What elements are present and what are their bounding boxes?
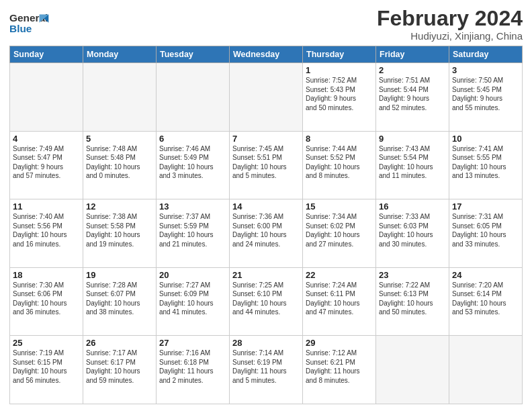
day-number: 13 [159,201,226,212]
day-info: Sunrise: 7:34 AM Sunset: 6:02 PM Dayligh… [306,212,373,248]
weekday-header-monday: Monday [83,46,157,63]
day-number: 23 [379,270,446,280]
day-info: Sunrise: 7:14 AM Sunset: 6:19 PM Dayligh… [232,349,300,385]
day-info: Sunrise: 7:36 AM Sunset: 6:00 PM Dayligh… [232,212,300,248]
calendar-cell: 28Sunrise: 7:14 AM Sunset: 6:19 PM Dayli… [230,336,303,404]
calendar-cell [83,63,157,132]
calendar-cell: 5Sunrise: 7:48 AM Sunset: 5:48 PM Daylig… [83,131,157,199]
day-info: Sunrise: 7:16 AM Sunset: 6:18 PM Dayligh… [159,349,226,385]
calendar-cell: 20Sunrise: 7:27 AM Sunset: 6:09 PM Dayli… [157,267,230,336]
calendar-cell: 13Sunrise: 7:37 AM Sunset: 5:59 PM Dayli… [157,199,230,268]
calendar-cell: 29Sunrise: 7:12 AM Sunset: 6:21 PM Dayli… [303,336,376,404]
calendar-cell: 14Sunrise: 7:36 AM Sunset: 6:00 PM Dayli… [230,199,303,268]
calendar-cell: 15Sunrise: 7:34 AM Sunset: 6:02 PM Dayli… [303,199,376,268]
calendar-cell [157,63,230,132]
day-info: Sunrise: 7:28 AM Sunset: 6:07 PM Dayligh… [86,281,153,317]
day-number: 27 [159,338,226,348]
day-number: 29 [306,338,373,348]
day-info: Sunrise: 7:48 AM Sunset: 5:48 PM Dayligh… [86,144,153,181]
calendar-cell [449,336,523,404]
calendar-cell: 2Sunrise: 7:51 AM Sunset: 5:44 PM Daylig… [376,63,449,132]
day-number: 21 [232,270,300,280]
day-number: 22 [306,270,373,280]
day-info: Sunrise: 7:43 AM Sunset: 5:54 PM Dayligh… [379,144,446,181]
calendar-cell: 21Sunrise: 7:25 AM Sunset: 6:10 PM Dayli… [230,267,303,336]
day-number: 24 [452,270,519,280]
day-number: 15 [306,201,373,212]
day-info: Sunrise: 7:37 AM Sunset: 5:59 PM Dayligh… [159,212,226,248]
calendar-cell: 3Sunrise: 7:50 AM Sunset: 5:45 PM Daylig… [449,63,523,132]
day-info: Sunrise: 7:44 AM Sunset: 5:52 PM Dayligh… [306,144,373,181]
calendar-cell: 9Sunrise: 7:43 AM Sunset: 5:54 PM Daylig… [376,131,449,199]
day-number: 25 [13,338,80,348]
calendar-cell: 12Sunrise: 7:38 AM Sunset: 5:58 PM Dayli… [83,199,157,268]
weekday-header-thursday: Thursday [303,46,376,63]
week-row-4: 25Sunrise: 7:19 AM Sunset: 6:15 PM Dayli… [10,336,523,404]
weekday-header-saturday: Saturday [449,46,523,63]
calendar-cell: 19Sunrise: 7:28 AM Sunset: 6:07 PM Dayli… [83,267,157,336]
day-number: 16 [379,201,446,212]
calendar-cell [230,63,303,132]
day-info: Sunrise: 7:12 AM Sunset: 6:21 PM Dayligh… [306,349,373,385]
weekday-header-tuesday: Tuesday [157,46,230,63]
logo: General Blue [9,9,50,35]
day-number: 14 [232,201,300,212]
calendar-cell [376,336,449,404]
calendar-cell: 17Sunrise: 7:31 AM Sunset: 6:05 PM Dayli… [449,199,523,268]
week-row-3: 18Sunrise: 7:30 AM Sunset: 6:06 PM Dayli… [10,267,523,336]
calendar-cell: 4Sunrise: 7:49 AM Sunset: 5:47 PM Daylig… [10,131,83,199]
day-info: Sunrise: 7:50 AM Sunset: 5:45 PM Dayligh… [452,76,519,112]
day-number: 18 [13,270,80,280]
day-info: Sunrise: 7:19 AM Sunset: 6:15 PM Dayligh… [13,349,80,385]
day-info: Sunrise: 7:30 AM Sunset: 6:06 PM Dayligh… [13,281,80,317]
main-title: February 2024 [377,7,523,30]
day-number: 20 [159,270,226,280]
calendar-cell: 22Sunrise: 7:24 AM Sunset: 6:11 PM Dayli… [303,267,376,336]
day-info: Sunrise: 7:17 AM Sunset: 6:17 PM Dayligh… [86,349,153,385]
day-info: Sunrise: 7:20 AM Sunset: 6:14 PM Dayligh… [452,281,519,317]
title-block: February 2024 Hudiyuzi, Xinjiang, China [377,7,523,42]
calendar-cell: 8Sunrise: 7:44 AM Sunset: 5:52 PM Daylig… [303,131,376,199]
week-row-0: 1Sunrise: 7:52 AM Sunset: 5:43 PM Daylig… [10,63,523,132]
calendar-cell: 26Sunrise: 7:17 AM Sunset: 6:17 PM Dayli… [83,336,157,404]
day-number: 7 [232,134,300,144]
day-number: 5 [86,134,153,144]
day-number: 28 [232,338,300,348]
logo-svg: General Blue [9,9,50,35]
day-number: 19 [86,270,153,280]
day-info: Sunrise: 7:31 AM Sunset: 6:05 PM Dayligh… [452,212,519,248]
day-info: Sunrise: 7:33 AM Sunset: 6:03 PM Dayligh… [379,212,446,248]
day-info: Sunrise: 7:45 AM Sunset: 5:51 PM Dayligh… [232,144,300,181]
day-info: Sunrise: 7:51 AM Sunset: 5:44 PM Dayligh… [379,76,446,112]
week-row-1: 4Sunrise: 7:49 AM Sunset: 5:47 PM Daylig… [10,131,523,199]
calendar-cell: 16Sunrise: 7:33 AM Sunset: 6:03 PM Dayli… [376,199,449,268]
day-info: Sunrise: 7:52 AM Sunset: 5:43 PM Dayligh… [306,76,373,112]
day-info: Sunrise: 7:22 AM Sunset: 6:13 PM Dayligh… [379,281,446,317]
header: General Blue February 2024 Hudiyuzi, Xin… [9,7,523,42]
calendar-cell: 25Sunrise: 7:19 AM Sunset: 6:15 PM Dayli… [10,336,83,404]
calendar-table: SundayMondayTuesdayWednesdayThursdayFrid… [9,46,523,404]
calendar-cell: 23Sunrise: 7:22 AM Sunset: 6:13 PM Dayli… [376,267,449,336]
day-number: 12 [86,201,153,212]
day-number: 4 [13,134,80,144]
page: General Blue February 2024 Hudiyuzi, Xin… [0,0,532,411]
day-info: Sunrise: 7:41 AM Sunset: 5:55 PM Dayligh… [452,144,519,181]
day-info: Sunrise: 7:49 AM Sunset: 5:47 PM Dayligh… [13,144,80,181]
day-number: 2 [379,65,446,75]
day-number: 3 [452,65,519,75]
day-number: 11 [13,201,80,212]
day-info: Sunrise: 7:40 AM Sunset: 5:56 PM Dayligh… [13,212,80,248]
day-number: 26 [86,338,153,348]
day-info: Sunrise: 7:46 AM Sunset: 5:49 PM Dayligh… [159,144,226,181]
day-info: Sunrise: 7:25 AM Sunset: 6:10 PM Dayligh… [232,281,300,317]
subtitle: Hudiyuzi, Xinjiang, China [377,30,523,42]
weekday-header-wednesday: Wednesday [230,46,303,63]
calendar-cell: 18Sunrise: 7:30 AM Sunset: 6:06 PM Dayli… [10,267,83,336]
calendar-cell: 11Sunrise: 7:40 AM Sunset: 5:56 PM Dayli… [10,199,83,268]
day-number: 1 [306,65,373,75]
day-info: Sunrise: 7:27 AM Sunset: 6:09 PM Dayligh… [159,281,226,317]
calendar-cell: 1Sunrise: 7:52 AM Sunset: 5:43 PM Daylig… [303,63,376,132]
calendar-cell: 10Sunrise: 7:41 AM Sunset: 5:55 PM Dayli… [449,131,523,199]
calendar-cell: 7Sunrise: 7:45 AM Sunset: 5:51 PM Daylig… [230,131,303,199]
day-number: 9 [379,134,446,144]
